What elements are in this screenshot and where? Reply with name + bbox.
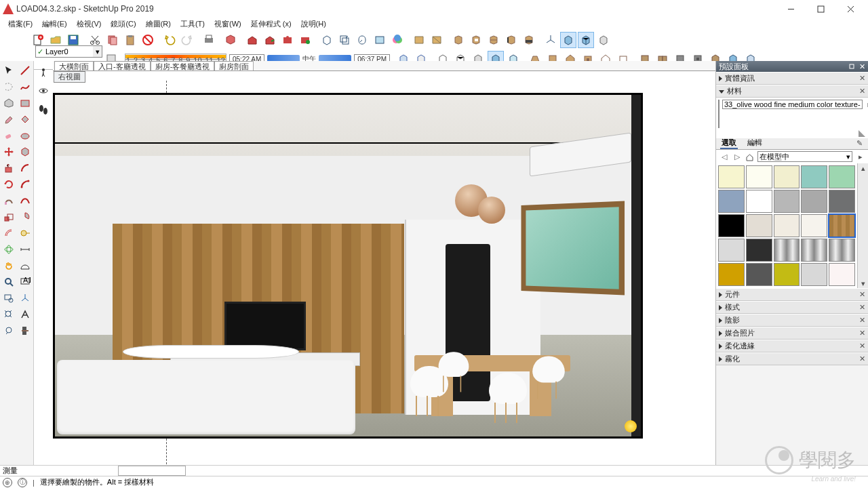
eraser-tool[interactable] — [1, 127, 17, 144]
prev-view-tool[interactable] — [1, 323, 17, 339]
nav-home-icon[interactable] — [745, 152, 755, 162]
menu-file[interactable]: 檔案(F) — [4, 18, 37, 30]
section-5-icon[interactable] — [521, 32, 537, 48]
extension-manager-icon[interactable] — [297, 32, 313, 48]
followme-tool[interactable] — [1, 192, 17, 209]
nav-menu-icon[interactable]: ▸ — [855, 152, 865, 162]
swatch[interactable] — [746, 165, 772, 188]
swatch[interactable] — [746, 190, 772, 213]
polygon2-tool[interactable] — [17, 144, 33, 160]
viewport[interactable]: 大橫剖面 入口-客廳透視 廚房-客餐廳透視 廚房剖面 右視圖 — [53, 61, 715, 474]
circle-tool[interactable] — [17, 127, 33, 144]
3dwarehouse-icon[interactable] — [244, 32, 260, 48]
xray-icon[interactable] — [560, 32, 576, 48]
component-icon[interactable] — [222, 32, 239, 48]
zoom-extents-tool[interactable] — [1, 306, 17, 323]
rotated-rect-tool[interactable] — [17, 111, 33, 127]
paint-tool[interactable] — [1, 111, 17, 127]
material-library-combo[interactable]: 在模型中▾ — [757, 151, 852, 162]
section-match[interactable]: 媒合照片✕ — [716, 327, 868, 340]
freehand-tool[interactable] — [17, 79, 33, 95]
scene-tab-4[interactable]: 廚房剖面 — [214, 61, 254, 70]
dimension-tool[interactable] — [17, 241, 33, 258]
layer-dropdown-icon[interactable]: ▾ — [93, 45, 102, 58]
material-create-icon[interactable] — [865, 100, 868, 112]
maximize-button[interactable] — [806, 0, 835, 18]
close-button[interactable] — [835, 0, 865, 18]
polygon-tool[interactable] — [1, 95, 17, 111]
menu-view[interactable]: 檢視(V) — [73, 18, 106, 30]
menu-window[interactable]: 視窗(W) — [210, 18, 245, 30]
walk-tool[interactable] — [35, 102, 52, 118]
swatch[interactable] — [829, 214, 855, 237]
arc-tool[interactable] — [17, 160, 33, 176]
material-preview[interactable] — [718, 100, 719, 128]
swatch[interactable] — [718, 165, 745, 188]
look-around-tool[interactable] — [35, 83, 52, 99]
swatch-scrollbar[interactable]: ▴▾ — [857, 163, 868, 288]
scale-tool[interactable] — [1, 209, 17, 225]
swatch[interactable] — [718, 190, 745, 213]
line-tool[interactable] — [17, 62, 33, 79]
rotate-tool[interactable] — [1, 176, 17, 192]
undo-icon[interactable] — [161, 32, 178, 48]
select-tool[interactable] — [1, 62, 17, 79]
swatch[interactable] — [718, 239, 745, 262]
move-tool[interactable] — [1, 144, 17, 160]
shadebox-icon[interactable] — [595, 32, 612, 48]
close-icon[interactable]: ✕ — [859, 74, 865, 83]
axes-origin-icon[interactable] — [542, 32, 559, 48]
swatch[interactable] — [718, 263, 745, 286]
menu-draw[interactable]: 繪圖(R) — [142, 18, 175, 30]
section-2-icon[interactable] — [468, 32, 484, 48]
section-style[interactable]: 樣式✕ — [716, 301, 868, 314]
flipbook-2-icon[interactable] — [429, 32, 445, 48]
pin-icon[interactable] — [848, 63, 855, 70]
axes-tool[interactable] — [17, 290, 33, 306]
copy-icon[interactable] — [104, 32, 121, 48]
zoom-tool[interactable] — [1, 274, 17, 290]
swatch[interactable] — [829, 239, 855, 262]
swatch[interactable] — [774, 214, 800, 237]
swatch[interactable] — [801, 239, 827, 262]
swatch[interactable] — [774, 239, 800, 262]
section-material[interactable]: 材料✕ — [716, 85, 868, 98]
section-4-icon[interactable] — [503, 32, 519, 48]
eyedropper-icon[interactable]: ✎ — [855, 139, 864, 149]
tab-select[interactable]: 選取 — [720, 138, 738, 149]
scene-tab-2[interactable]: 入口-客廳透視 — [94, 61, 151, 70]
swatch[interactable] — [774, 263, 800, 286]
section-shadow[interactable]: 陰影✕ — [716, 314, 868, 327]
paste-icon[interactable] — [122, 32, 138, 48]
lasso-tool[interactable] — [1, 79, 17, 95]
scene-tab-3[interactable]: 廚房-客餐廳透視 — [151, 61, 215, 70]
section-component[interactable]: 元件✕ — [716, 288, 868, 301]
tab-edit[interactable]: 編輯 — [746, 138, 764, 149]
swatch[interactable] — [829, 190, 855, 213]
geo-icon[interactable]: ⊕ — [3, 478, 12, 487]
section-soft[interactable]: 柔化邊緣✕ — [716, 340, 868, 352]
menu-camera[interactable]: 鏡頭(C) — [106, 18, 140, 30]
scene-tab-1[interactable]: 大橫剖面 — [54, 61, 94, 70]
orbit-tool[interactable] — [1, 241, 17, 258]
swatch[interactable] — [746, 214, 772, 237]
2pt-arc-tool[interactable] — [17, 176, 33, 192]
swatch[interactable] — [801, 165, 827, 188]
material-name-input[interactable]: 33_olive wood fine medium color texture- — [722, 100, 863, 109]
section-3-icon[interactable] — [486, 32, 502, 48]
protractor-tool[interactable] — [17, 258, 33, 274]
solid-intersect-icon[interactable] — [336, 32, 353, 48]
redo-icon[interactable] — [179, 32, 195, 48]
section-1-icon[interactable] — [450, 32, 467, 48]
menu-tools[interactable]: 工具(T) — [176, 18, 209, 30]
close-icon[interactable]: ✕ — [859, 87, 865, 96]
solid-subtract-icon[interactable] — [372, 32, 388, 48]
3pt-arc-tool[interactable] — [17, 192, 33, 209]
layout-icon[interactable] — [389, 32, 406, 48]
solid-union-icon[interactable] — [354, 32, 370, 48]
swatch[interactable] — [746, 263, 772, 286]
panel-header[interactable]: 預設面板 ✕ — [716, 61, 868, 72]
text-tool[interactable]: A1 — [17, 274, 33, 290]
menu-ext[interactable]: 延伸程式 (x) — [247, 18, 296, 30]
3dtext-tool[interactable] — [17, 306, 33, 323]
